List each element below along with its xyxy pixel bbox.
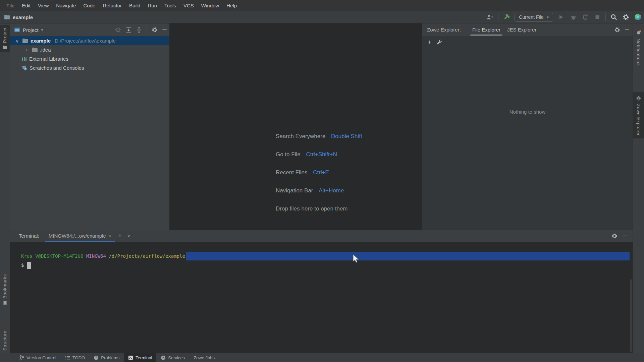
chevron-down-icon: ▾ — [41, 28, 43, 32]
terminal-output[interactable]: Krus_V@DESKTOP-M14F2U0 MINGW64 /d/Projec… — [10, 242, 633, 353]
hide-panel-icon[interactable] — [625, 29, 629, 30]
scratches-icon — [21, 65, 28, 71]
terminal-icon — [128, 355, 133, 360]
run-configuration-select[interactable]: Current File ▾ — [515, 13, 553, 22]
project-view-selector[interactable]: Project ▾ — [14, 27, 43, 33]
project-panel-header: Project ▾ — [10, 23, 169, 36]
editor-area[interactable]: Search Everywhere Double Shift Go to Fil… — [170, 23, 422, 230]
folder-icon — [22, 38, 29, 44]
stripe-bookmarks-button[interactable]: Bookmarks — [0, 272, 10, 308]
hide-panel-icon[interactable] — [162, 29, 167, 30]
tree-row-scratches[interactable]: Scratches and Consoles — [10, 63, 169, 72]
zowe-panel-header: Zowe Explorer: File Explorer JES Explore… — [422, 23, 633, 36]
tree-open-icon[interactable]: ∨ — [14, 38, 20, 44]
stripe-zowe-explorer-button[interactable]: Z Zowe Explorer — [633, 92, 644, 138]
project-panel-title: Project — [23, 27, 39, 33]
menu-refactor[interactable]: Refactor — [99, 0, 125, 11]
menu-run[interactable]: Run — [144, 0, 161, 11]
status-bar: Version Control TODO Problems — [0, 353, 644, 362]
menu-view[interactable]: View — [34, 0, 52, 11]
zowe-toolbar: + — [422, 36, 633, 48]
chevron-down-icon[interactable]: ∨ — [127, 233, 130, 238]
stripe-zowe-explorer-label: Zowe Explorer — [636, 104, 641, 136]
stripe-notifications-button[interactable]: Notifications — [633, 27, 644, 68]
menu-window[interactable]: Window — [198, 0, 223, 11]
close-icon[interactable]: × — [109, 233, 111, 239]
statusbar-version-control[interactable]: Version Control — [15, 353, 61, 362]
run-configuration-value: Current File — [519, 14, 543, 20]
terminal-panel-title: Terminal: — [11, 233, 39, 239]
debug-icon[interactable] — [569, 13, 577, 21]
tab-jes-explorer[interactable]: JES Explorer — [504, 23, 540, 36]
tree-item-name: example — [31, 38, 51, 44]
problems-icon — [94, 355, 99, 360]
tree-closed-icon[interactable]: › — [23, 47, 30, 53]
todo-icon — [65, 356, 70, 360]
menu-help[interactable]: Help — [223, 0, 240, 11]
navigation-bar: example Current File — [0, 11, 644, 23]
build-hammer-icon[interactable] — [502, 13, 511, 21]
bell-icon — [636, 30, 642, 36]
tree-row-idea[interactable]: › .idea — [10, 45, 169, 54]
zowe-panel-title: Zowe Explorer: — [427, 27, 461, 33]
terminal-user: Krus_V@DESKTOP-M14F2U0 — [21, 252, 83, 260]
hint-line: Drop files here to open them — [276, 200, 362, 218]
statusbar-problems[interactable]: Problems — [89, 353, 124, 362]
external-libraries-icon — [21, 56, 27, 62]
menu-code[interactable]: Code — [79, 0, 99, 11]
search-everywhere-icon[interactable] — [610, 13, 618, 21]
ide-logo-icon[interactable] — [634, 13, 642, 21]
ide-window: File Edit View Navigate Code Refactor Bu… — [0, 0, 644, 362]
stripe-notifications-label: Notifications — [636, 39, 641, 66]
menu-vcs[interactable]: VCS — [180, 0, 198, 11]
user-profile-icon[interactable] — [486, 13, 494, 21]
run-with-coverage-icon[interactable] — [581, 13, 589, 21]
zowe-explorer-tool-window: Zowe Explorer: File Explorer JES Explore… — [422, 23, 633, 230]
new-terminal-icon[interactable]: + — [118, 233, 122, 239]
tree-row-example[interactable]: ∨ example D:\Projects\airflow\example — [10, 36, 169, 45]
gear-icon[interactable] — [152, 27, 158, 33]
chevron-down-icon: ▾ — [547, 15, 549, 19]
settings-gear-icon[interactable] — [622, 13, 630, 21]
project-tree: ∨ example D:\Projects\airflow\example › — [10, 36, 169, 72]
hint-line: Search Everywhere Double Shift — [276, 127, 362, 145]
menu-file[interactable]: File — [3, 0, 18, 11]
gear-icon[interactable] — [614, 27, 620, 33]
expand-all-icon[interactable] — [126, 27, 131, 33]
menu-bar: File Edit View Navigate Code Refactor Bu… — [0, 0, 644, 11]
wrench-icon[interactable] — [437, 39, 442, 45]
hide-panel-icon[interactable] — [623, 236, 627, 236]
terminal-header: Terminal: MINGW64:/...ow/example × + ∨ — [10, 230, 633, 242]
menu-navigate[interactable]: Navigate — [52, 0, 79, 11]
collapse-all-icon[interactable] — [136, 27, 142, 33]
statusbar-todo[interactable]: TODO — [61, 353, 89, 362]
project-view-icon — [14, 27, 20, 33]
zowe-icon: Z — [635, 95, 642, 102]
editor-shortcut-hints: Search Everywhere Double Shift Go to Fil… — [276, 127, 362, 218]
menu-edit[interactable]: Edit — [18, 0, 34, 11]
menu-tools[interactable]: Tools — [161, 0, 180, 11]
run-icon[interactable] — [557, 13, 565, 21]
project-tool-window: Project ▾ — [10, 23, 170, 230]
folder-icon — [32, 47, 38, 53]
statusbar-services[interactable]: Services — [156, 353, 189, 362]
zowe-empty-message: Nothing to show — [422, 109, 633, 115]
terminal-env: MINGW64 — [86, 252, 106, 260]
hint-line: Recent Files Ctrl+E — [276, 164, 362, 182]
add-profile-icon[interactable]: + — [428, 39, 431, 45]
menu-build[interactable]: Build — [125, 0, 144, 11]
statusbar-zowe-jobs[interactable]: Zowe Jobs — [189, 353, 219, 362]
services-icon — [161, 355, 166, 360]
branch-icon — [19, 355, 24, 361]
hint-line: Go to File Ctrl+Shift+N — [276, 145, 362, 164]
locate-file-icon[interactable] — [115, 27, 121, 33]
terminal-tab[interactable]: MINGW64:/...ow/example × — [45, 230, 115, 242]
breadcrumb[interactable]: example — [4, 14, 33, 20]
stop-icon[interactable] — [593, 13, 601, 21]
gear-icon[interactable] — [611, 233, 618, 239]
tree-row-external-libraries[interactable]: External Libraries — [10, 54, 169, 63]
stripe-project-button[interactable]: Project — [0, 25, 10, 52]
tab-file-explorer[interactable]: File Explorer — [469, 23, 504, 36]
terminal-scrollbar[interactable] — [630, 279, 632, 352]
statusbar-terminal[interactable]: Terminal — [124, 353, 156, 362]
